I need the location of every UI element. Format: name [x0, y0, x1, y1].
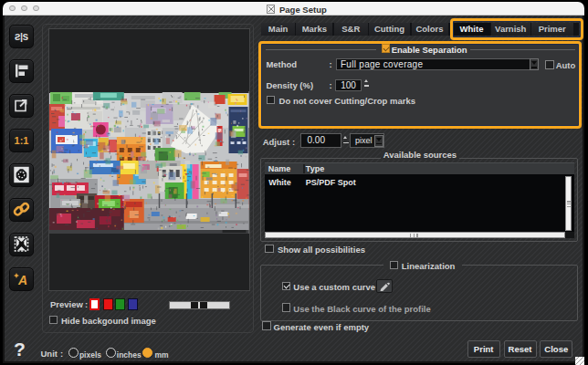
svg-text:s: s: [22, 30, 28, 43]
svg-text:1:1: 1:1: [15, 135, 29, 146]
svg-text:A: A: [17, 273, 27, 287]
